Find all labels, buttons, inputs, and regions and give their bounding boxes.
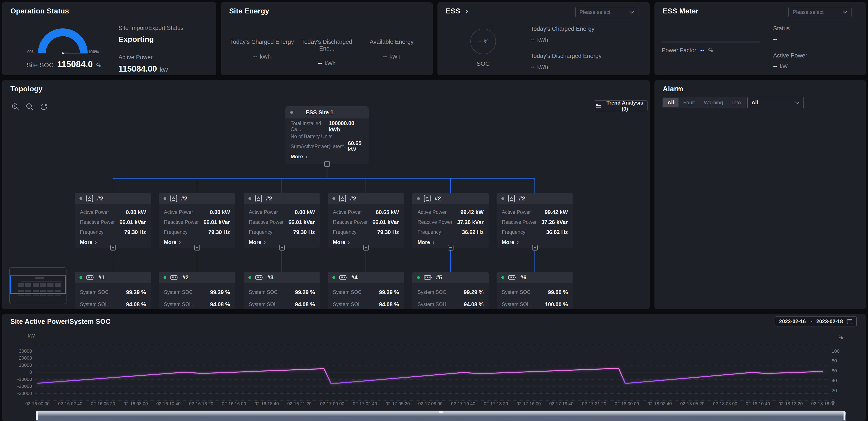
- metric-available-energy: Available Energy --kWh: [359, 38, 424, 67]
- node-body: Active Power0.00 kWReactive Power66.01 k…: [244, 204, 320, 248]
- node-row-label: Active Power: [333, 209, 362, 215]
- node-name: #6: [520, 274, 526, 281]
- status-dot-green: [501, 276, 504, 279]
- active-power-unit: kW: [160, 66, 168, 73]
- node-row-label: Reactive Power: [333, 219, 368, 225]
- battery-node-card[interactable]: #3System SOC99.29 %System SOH94.08 %: [244, 272, 320, 309]
- zero-gridline: [35, 372, 829, 372]
- pcs-node-card[interactable]: #2Active Power0.00 kWReactive Power66.01…: [244, 193, 320, 248]
- node-row: System SOC99.00 %: [502, 286, 568, 298]
- node-row-label: Frequency: [417, 229, 441, 235]
- node-header: #2: [159, 193, 235, 204]
- node-row-value: 79.30 Hz: [208, 229, 230, 235]
- node-row: System SOC99.29 %: [80, 286, 146, 298]
- battery-icon: [86, 274, 94, 280]
- operation-status-title: Operation Status: [10, 7, 69, 15]
- more-label: More: [249, 239, 261, 245]
- y-right-tick: 100: [832, 348, 840, 354]
- alarm-tab-warning[interactable]: Warning: [700, 98, 727, 107]
- battery-node-card[interactable]: #1System SOC99.29 %System SOH94.08 %: [75, 272, 151, 309]
- status-dot-green: [163, 276, 166, 279]
- ess-title[interactable]: ESS: [446, 7, 460, 15]
- battery-node-card[interactable]: #5System SOC99.29 %System SOH94.08 %: [412, 272, 489, 309]
- ess-meter-details: Status -- Active Power -- kW: [773, 25, 807, 70]
- alarm-tab-fault[interactable]: Fault: [679, 98, 699, 107]
- ems-dashboard: Operation Status 0% 100% Site SOC 115084…: [0, 0, 868, 421]
- collapse-toggle[interactable]: [194, 245, 200, 251]
- collapse-toggle[interactable]: [363, 245, 369, 251]
- x-axis-tick: 02-16 18:40: [248, 401, 285, 406]
- collapse-toggle[interactable]: [324, 161, 330, 167]
- node-row-label: Active Power: [164, 209, 193, 215]
- battery-node-card[interactable]: #6System SOC99.00 %System SOH100.00 %: [497, 272, 573, 309]
- power-factor-track: [661, 41, 760, 43]
- collapse-toggle[interactable]: [110, 245, 116, 251]
- node-row-value: 99.29 %: [126, 289, 146, 296]
- topology-minimap[interactable]: [9, 267, 66, 304]
- node-header: #4: [328, 272, 404, 283]
- battery-node-card[interactable]: #4System SOC99.29 %System SOH94.08 %: [328, 272, 404, 309]
- node-row-value: 94.08 %: [379, 301, 399, 308]
- gridline: [35, 379, 829, 380]
- trend-analysis-button[interactable]: Trend Analysis (0): [594, 101, 648, 111]
- x-axis-tick: 02-16 02:40: [52, 401, 89, 406]
- datazoom-center-handle[interactable]: [439, 411, 443, 413]
- import-export-label: Site Import/Export Status: [119, 25, 183, 31]
- node-row-value: 94.08 %: [295, 301, 315, 308]
- alarm-tab-info[interactable]: Info: [728, 98, 745, 107]
- datazoom-right-handle[interactable]: [843, 412, 845, 420]
- x-axis-tick: 02-17 16:00: [510, 401, 547, 406]
- chart-datazoom-slider[interactable]: [36, 411, 846, 421]
- node-row: Reactive Power37.26 kVar: [502, 217, 568, 227]
- metric-ess-discharged: Today's Discharged Energy --kWh: [531, 53, 601, 70]
- reset-view-icon[interactable]: [40, 103, 48, 111]
- alarm-type-select[interactable]: All: [747, 97, 804, 108]
- node-row-value: 0.00 kW: [295, 209, 315, 215]
- pcs-node-card[interactable]: #2Active Power99.42 kWReactive Power37.2…: [412, 193, 489, 248]
- x-axis-tick: 02-16 05:20: [85, 401, 121, 406]
- node-row-label: System SOH: [164, 302, 193, 307]
- node-row-label: No of Battery Units: [291, 134, 333, 139]
- node-row-value: 37.26 kVar: [457, 219, 484, 225]
- ess-select[interactable]: Please select: [575, 7, 639, 17]
- gridline: [35, 365, 829, 365]
- minimap-viewport[interactable]: [10, 276, 66, 294]
- zoom-out-icon[interactable]: [26, 103, 34, 111]
- datazoom-preview: [36, 418, 846, 418]
- collapse-toggle[interactable]: [279, 245, 285, 251]
- x-axis-tick: 02-17 05:20: [379, 401, 416, 406]
- node-row-label: System SOH: [502, 302, 531, 307]
- x-axis-tick: 02-17 00:00: [314, 401, 351, 406]
- datazoom-left-handle[interactable]: [36, 412, 38, 420]
- collapse-toggle[interactable]: [448, 245, 454, 251]
- node-row-label: System SOC: [249, 289, 278, 295]
- ess-meter-select[interactable]: Please select: [788, 7, 851, 17]
- pcs-node-card[interactable]: #2Active Power0.00 kWReactive Power66.01…: [75, 193, 151, 248]
- site-energy-metrics: Today's Charged Energy --kWh Today's Dis…: [229, 38, 424, 67]
- inverter-icon: [339, 195, 346, 202]
- more-label: More: [417, 239, 430, 245]
- node-row-label: System SOC: [333, 289, 362, 295]
- node-body: System SOC99.29 %System SOH94.08 %: [328, 283, 404, 309]
- site-node-card[interactable]: ESS Site 1Total Installed Ca...100000.00…: [285, 106, 369, 164]
- pcs-node-card[interactable]: #2Active Power99.42 kWReactive Power37.2…: [497, 193, 573, 248]
- node-row-value: 66.01 kVar: [204, 219, 230, 225]
- node-header: #2: [497, 193, 573, 204]
- pcs-node-card[interactable]: #2Active Power0.00 kWReactive Power66.01…: [159, 193, 235, 248]
- x-axis-tick: 02-18 00:00: [609, 401, 645, 406]
- collapse-toggle[interactable]: [532, 245, 538, 251]
- battery-node-card[interactable]: #2System SOC99.29 %System SOH94.08 %: [159, 272, 235, 309]
- alarm-tab-all[interactable]: All: [663, 98, 679, 107]
- node-row: Frequency79.30 Hz: [80, 227, 146, 237]
- node-name: #5: [436, 274, 442, 281]
- more-link[interactable]: More›: [291, 151, 363, 162]
- y-right-tick: 80: [832, 358, 837, 364]
- node-row: System SOH100.00 %: [502, 298, 568, 309]
- zoom-in-icon[interactable]: [11, 103, 20, 111]
- node-name: #2: [266, 195, 272, 202]
- date-range-picker[interactable]: 2023-02-16 ~ 2023-02-18: [775, 316, 857, 327]
- chevron-right-icon[interactable]: ›: [466, 6, 468, 16]
- y-right-tick: 20: [832, 388, 837, 393]
- pcs-node-card[interactable]: #2Active Power60.65 kWReactive Power66.0…: [328, 193, 404, 248]
- node-name: ESS Site 1: [306, 109, 334, 116]
